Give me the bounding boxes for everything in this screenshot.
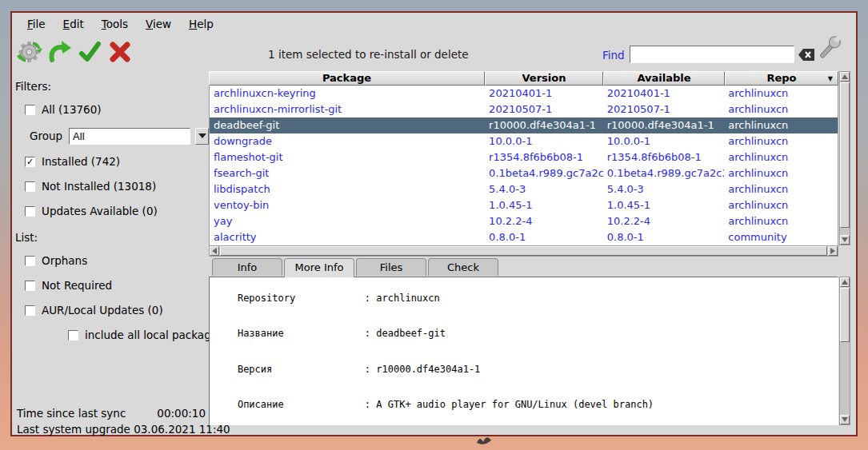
scroll-up-button[interactable] [840, 72, 850, 82]
checkbox-box[interactable] [68, 330, 78, 340]
info-line-value: deadbeef-git [376, 328, 446, 339]
info-line-value: r10000.df4e304a1-1 [376, 364, 480, 375]
column-header-label: Available [637, 72, 690, 84]
cell-package: archlinuxcn-keyring [210, 86, 485, 102]
table-row[interactable]: downgrade 10.0.0-1 10.0.0-1 archlinuxcn [210, 133, 838, 149]
column-header-label: Version [522, 72, 566, 84]
cell-repo: community [724, 229, 838, 245]
table-row[interactable]: alacritty 0.8.0-1 0.8.0-1 community [210, 229, 838, 245]
table-row[interactable]: flameshot-git r1354.8f6b6b08-1 r1354.8f6… [210, 149, 838, 165]
clear-search-button[interactable] [798, 49, 814, 61]
vscroll-thumb[interactable] [840, 82, 850, 228]
cell-version: 0.8.0-1 [485, 229, 603, 245]
system-upgrade-button[interactable] [46, 39, 74, 65]
checkbox-box[interactable] [25, 181, 35, 192]
table-row[interactable]: deadbeef-git r10000.df4e304a1-1 r10000.d… [210, 117, 838, 133]
group-combobox-input[interactable] [69, 128, 190, 145]
scroll-right-button[interactable] [828, 246, 838, 256]
filter-checkbox-row[interactable]: Updates Available (0) [25, 204, 209, 218]
group-dropdown-button[interactable] [195, 128, 209, 145]
cell-package: ventoy-bin [210, 197, 485, 213]
table-row[interactable]: archlinuxcn-mirrorlist-git 20210507-1 20… [210, 102, 838, 117]
tab[interactable]: Check [428, 258, 498, 276]
info-line-label: Описание : [238, 399, 376, 410]
scroll-up-button[interactable] [840, 277, 850, 287]
cell-package: alacritty [210, 229, 485, 245]
hscroll-thumb[interactable] [220, 246, 827, 256]
cell-available: r1354.8f6b6b08-1 [603, 149, 725, 165]
wrench-icon [814, 33, 843, 65]
cell-version: 20210507-1 [485, 102, 603, 117]
filter-checkbox-row[interactable]: Not Installed (13018) [25, 179, 209, 193]
table-column-header[interactable]: Repo ▼ [725, 71, 838, 86]
table-horizontal-scrollbar[interactable] [209, 245, 838, 257]
tab[interactable]: Info [212, 258, 282, 276]
preferences-button[interactable] [814, 33, 843, 65]
list-section-title: List: [15, 231, 209, 244]
menu-item[interactable]: Help [182, 14, 221, 34]
table-row[interactable]: ventoy-bin 1.0.45-1 1.0.45-1 archlinuxcn [210, 197, 838, 213]
info-vertical-scrollbar[interactable] [839, 277, 850, 425]
menu-item[interactable]: View [138, 14, 178, 34]
table-row[interactable]: fsearch-git 0.1beta4.r989.gc7a2c3 0.1bet… [210, 165, 838, 181]
sync-time-value: 00:00:10 [157, 407, 206, 420]
table-column-header[interactable]: Version [485, 71, 603, 86]
checkbox-box[interactable] [25, 305, 35, 316]
sync-time-label: Time since last sync [17, 407, 126, 420]
tab[interactable]: More Info [284, 258, 354, 277]
table-row[interactable]: libdispatch 5.4.0-3 5.4.0-3 archlinuxcn [210, 181, 838, 197]
tab[interactable]: Files [356, 258, 426, 276]
cell-available: 20210401-1 [603, 86, 725, 102]
checkbox-box[interactable] [25, 206, 35, 217]
table-column-header[interactable]: Package [209, 71, 485, 86]
filter-checkbox-row[interactable]: All (13760) [25, 102, 209, 117]
checkbox-label: Installed (742) [42, 155, 120, 168]
menu-item[interactable]: Tools [94, 14, 135, 34]
checkbox-label: include all local packages [85, 329, 223, 341]
cell-repo: archlinuxcn [724, 86, 838, 102]
filter-checkbox-row[interactable]: include all local packages [68, 328, 209, 342]
cell-repo: archlinuxcn [724, 197, 838, 213]
find-label: Find [602, 49, 625, 62]
checkbox-box[interactable] [25, 281, 35, 291]
filter-checkbox-row[interactable]: ✓ Installed (742) [25, 154, 209, 169]
table-body: archlinuxcn-keyring 20210401-1 20210401-… [209, 86, 838, 245]
filters-section-title: Filters: [15, 80, 209, 93]
red-cross-icon [107, 39, 133, 65]
cell-package: yay [210, 213, 485, 229]
filter-checkbox-row[interactable]: AUR/Local Updates (0) [25, 303, 209, 317]
cancel-changes-button[interactable] [106, 39, 134, 65]
column-header-label: Package [322, 72, 371, 84]
info-line-label: Версия : [238, 364, 376, 375]
cell-package: deadbeef-git [210, 117, 485, 133]
package-table: Package Version Available Repo ▼ archlin… [209, 71, 838, 257]
table-row[interactable]: yay 10.2.2-4 10.2.2-4 archlinuxcn [210, 213, 838, 229]
checkbox-box[interactable] [25, 256, 35, 266]
triangle-right-icon [830, 248, 835, 254]
menu-item[interactable]: File [20, 14, 53, 34]
cell-available: 10.0.0-1 [603, 133, 725, 149]
table-vertical-scrollbar[interactable] [839, 71, 850, 245]
scroll-down-button[interactable] [840, 415, 850, 424]
cell-repo: archlinuxcn [724, 149, 838, 165]
scroll-down-button[interactable] [840, 235, 850, 245]
menu-item[interactable]: Edit [56, 14, 91, 34]
cell-version: 1.0.45-1 [485, 197, 603, 213]
checkbox-box[interactable]: ✓ [25, 157, 35, 167]
filter-checkbox-row[interactable]: Not Required [25, 278, 209, 293]
sync-databases-button[interactable] [16, 39, 43, 65]
info-line: Архитектура : x86_64 [214, 423, 833, 425]
apply-changes-button[interactable] [77, 39, 104, 65]
scroll-left-button[interactable] [210, 246, 219, 256]
cell-available: r10000.df4e304a1-1 [603, 117, 725, 133]
vscroll-thumb[interactable] [840, 288, 850, 342]
sort-arrow-icon[interactable]: ▼ [828, 76, 833, 82]
find-input[interactable] [630, 46, 794, 63]
info-line-value: archlinuxcn [376, 293, 439, 304]
table-column-header[interactable]: Available [603, 71, 725, 86]
cell-repo: archlinuxcn [724, 181, 838, 197]
table-row[interactable]: archlinuxcn-keyring 20210401-1 20210401-… [210, 86, 838, 102]
group-label: Group [30, 129, 62, 142]
checkbox-box[interactable] [25, 105, 35, 115]
filter-checkbox-row[interactable]: Orphans [25, 253, 209, 268]
